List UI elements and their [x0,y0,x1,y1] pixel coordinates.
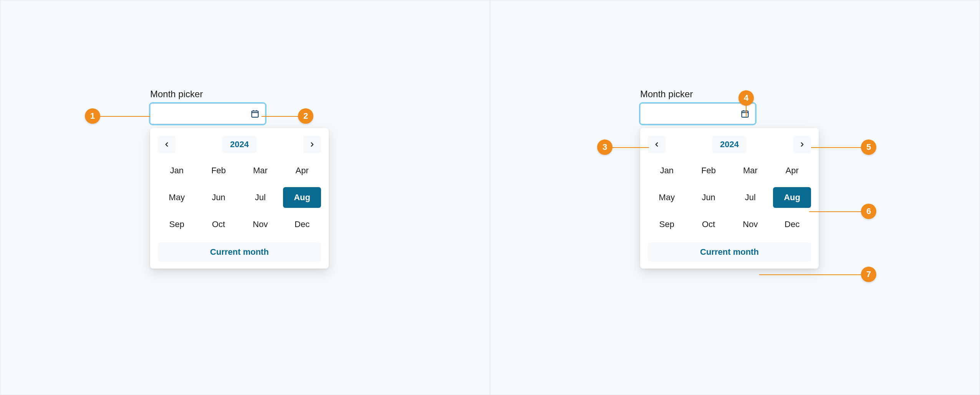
month-input[interactable] [150,103,265,124]
current-month-button[interactable]: Current month [158,242,321,262]
month-cell[interactable]: Jan [648,160,686,181]
month-cell[interactable]: Feb [200,160,238,181]
field-label: Month picker [640,89,819,100]
chevron-right-icon [799,141,806,148]
next-year-button[interactable] [303,136,321,153]
current-month-button[interactable]: Current month [648,242,811,262]
annotation-badge: 6 [861,204,876,219]
prev-year-button[interactable] [648,136,665,153]
month-cell[interactable]: Jun [200,187,238,208]
month-cell[interactable]: May [158,187,196,208]
month-cell[interactable]: Dec [773,214,811,235]
annotation-leader [811,147,863,148]
month-cell[interactable]: Jun [690,187,728,208]
annotation-badge: 1 [85,108,100,124]
month-cell[interactable]: Jul [242,187,280,208]
month-cell[interactable]: Oct [690,214,728,235]
month-grid: Jan Feb Mar Apr May Jun Jul Aug Sep Oct … [158,160,321,235]
month-popover: 2024 Jan Feb Mar Apr May Jun Jul Aug Sep… [150,128,329,269]
month-cell[interactable]: May [648,187,686,208]
annotation-badge: 7 [861,267,876,282]
example-panel-right: Month picker 2024 [490,0,980,395]
annotation-leader [759,274,863,275]
annotation-leader [746,104,747,116]
annotation-leader [611,147,649,148]
next-year-button[interactable] [793,136,811,153]
month-cell[interactable]: Jul [732,187,770,208]
month-cell[interactable]: Mar [732,160,770,181]
month-popover: 2024 Jan Feb Mar Apr May Jun Jul Aug Sep… [640,128,819,269]
annotation-badge: 4 [738,90,754,106]
month-cell[interactable]: Apr [773,160,811,181]
month-cell[interactable]: Sep [648,214,686,235]
year-selector[interactable]: 2024 [712,136,747,153]
chevron-left-icon [163,141,170,148]
annotation-leader [809,211,863,212]
chevron-left-icon [653,141,660,148]
annotation-leader [98,116,150,117]
month-cell[interactable]: Mar [242,160,280,181]
calendar-icon[interactable] [250,109,260,118]
chevron-right-icon [309,141,316,148]
prev-year-button[interactable] [158,136,175,153]
month-cell-selected[interactable]: Aug [283,187,321,208]
example-panel-left: Month picker 2024 [0,0,490,395]
svg-rect-0 [252,111,258,117]
svg-rect-4 [742,111,748,117]
month-input[interactable] [640,103,755,124]
field-label: Month picker [150,89,329,100]
month-cell[interactable]: Nov [242,214,280,235]
annotation-leader [262,116,300,117]
month-cell[interactable]: Feb [690,160,728,181]
annotation-badge: 3 [597,139,612,155]
month-cell[interactable]: Sep [158,214,196,235]
month-cell-selected[interactable]: Aug [773,187,811,208]
annotation-badge: 2 [298,108,313,124]
month-cell[interactable]: Apr [283,160,321,181]
month-cell[interactable]: Nov [732,214,770,235]
month-grid: Jan Feb Mar Apr May Jun Jul Aug Sep Oct … [648,160,811,235]
month-cell[interactable]: Dec [283,214,321,235]
month-cell[interactable]: Oct [200,214,238,235]
calendar-icon[interactable] [740,109,750,118]
month-cell[interactable]: Jan [158,160,196,181]
year-selector[interactable]: 2024 [222,136,257,153]
annotation-badge: 5 [861,139,876,155]
